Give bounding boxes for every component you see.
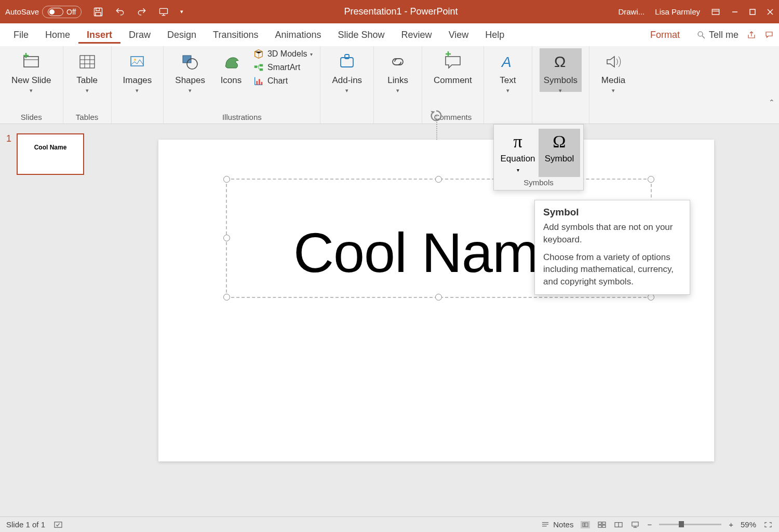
tooltip-title: Symbol <box>543 207 681 218</box>
ribbon: New Slide▾ Slides Table▾ Tables Images▾ … <box>0 46 779 124</box>
fit-to-window-icon[interactable] <box>763 521 773 528</box>
slideshow-icon[interactable] <box>158 7 169 17</box>
share-icon[interactable] <box>747 30 756 39</box>
redo-icon[interactable] <box>137 7 147 17</box>
tab-format[interactable]: Format <box>642 26 688 44</box>
svg-point-21 <box>134 59 136 61</box>
title-bar: AutoSave Off ▾ Presentation1 - PowerPoin… <box>0 0 779 23</box>
svg-rect-3 <box>160 8 168 13</box>
comments-icon[interactable] <box>764 30 774 39</box>
group-illustrations-label: Illustrations <box>222 113 262 122</box>
symbols-button[interactable]: Ω Symbols▾ <box>540 48 582 92</box>
svg-rect-31 <box>261 82 263 85</box>
svg-rect-43 <box>585 523 588 527</box>
workspace: 1 Cool Name Cool Name <box>0 124 779 516</box>
tab-draw[interactable]: Draw <box>120 26 159 44</box>
svg-rect-4 <box>712 9 719 15</box>
equation-button[interactable]: π Equation▾ <box>497 129 539 177</box>
sorter-view-icon[interactable] <box>597 521 607 528</box>
zoom-level[interactable]: 59% <box>741 520 756 529</box>
new-slide-icon <box>21 51 42 72</box>
links-button[interactable]: Links▾ <box>381 48 414 92</box>
addins-button[interactable]: Add-ins▾ <box>328 48 366 92</box>
spellcheck-icon[interactable] <box>53 521 63 528</box>
tab-help[interactable]: Help <box>477 26 513 44</box>
group-tables-label: Tables <box>76 113 98 122</box>
svg-text:Ω: Ω <box>554 53 566 70</box>
omega-icon: Ω <box>553 133 566 151</box>
account-name[interactable]: Lisa Parmley <box>655 7 700 16</box>
undo-icon[interactable] <box>115 7 125 17</box>
collapse-ribbon-icon[interactable]: ⌃ <box>769 98 775 106</box>
comment-icon <box>442 51 463 72</box>
svg-rect-15 <box>80 56 95 68</box>
tab-home[interactable]: Home <box>37 26 78 44</box>
table-button[interactable]: Table▾ <box>71 48 104 92</box>
svg-rect-45 <box>602 522 606 524</box>
svg-point-23 <box>187 59 197 69</box>
autosave-toggle[interactable]: Off <box>42 6 82 18</box>
text-button[interactable]: A Text▾ <box>491 48 525 92</box>
tab-review[interactable]: Review <box>393 26 440 44</box>
tab-animations[interactable]: Animations <box>266 26 329 44</box>
svg-rect-47 <box>602 525 606 527</box>
notes-icon <box>541 521 550 528</box>
save-icon[interactable] <box>93 7 103 17</box>
zoom-slider[interactable] <box>659 524 721 525</box>
3d-models-button[interactable]: 3D Models▾ <box>253 48 313 60</box>
tell-me-search[interactable]: Tell me <box>696 30 738 40</box>
contextual-tab-label: Drawi... <box>618 7 644 16</box>
thumb-number: 1 <box>6 133 11 175</box>
slide-canvas[interactable]: Cool Name <box>104 124 779 516</box>
resize-handle[interactable] <box>435 294 442 301</box>
search-icon <box>696 30 706 39</box>
chart-button[interactable]: Chart <box>253 75 313 87</box>
tab-file[interactable]: File <box>5 26 37 44</box>
slideshow-view-icon[interactable] <box>630 521 640 528</box>
reading-view-icon[interactable] <box>614 521 623 528</box>
slide[interactable]: Cool Name <box>158 140 714 461</box>
pi-icon: π <box>513 133 522 151</box>
images-button[interactable]: Images▾ <box>119 48 156 92</box>
svg-line-10 <box>702 36 705 38</box>
resize-handle[interactable] <box>223 176 230 183</box>
text-icon: A <box>498 51 518 72</box>
title-text[interactable]: Cool Name <box>293 220 569 285</box>
tab-insert[interactable]: Insert <box>78 26 120 44</box>
media-button[interactable]: Media▾ <box>597 48 630 92</box>
smartart-button[interactable]: SmartArt <box>253 62 313 73</box>
svg-rect-1 <box>96 8 100 10</box>
tab-transitions[interactable]: Transitions <box>205 26 266 44</box>
icons-button[interactable]: Icons <box>214 48 248 86</box>
svg-rect-2 <box>96 12 101 16</box>
new-slide-button[interactable]: New Slide▾ <box>7 48 56 92</box>
slide-thumbnail[interactable]: Cool Name <box>17 133 84 175</box>
tab-view[interactable]: View <box>440 26 477 44</box>
normal-view-icon[interactable] <box>581 521 590 528</box>
symbol-button[interactable]: Ω Symbol <box>539 129 580 177</box>
zoom-out-button[interactable]: − <box>647 520 652 529</box>
shapes-button[interactable]: Shapes▾ <box>171 48 209 92</box>
resize-handle[interactable] <box>435 176 442 183</box>
svg-rect-26 <box>260 69 263 71</box>
zoom-in-button[interactable]: + <box>729 520 733 529</box>
rotate-handle[interactable] <box>429 108 444 125</box>
status-bar: Slide 1 of 1 Notes − + 59% <box>0 516 779 532</box>
smartart-icon <box>253 62 264 73</box>
svg-rect-6 <box>750 9 755 15</box>
tab-slideshow[interactable]: Slide Show <box>330 26 393 44</box>
ribbon-display-icon[interactable] <box>710 7 721 17</box>
window-title: Presentation1 - PowerPoint <box>183 6 618 17</box>
notes-button[interactable]: Notes <box>541 520 573 529</box>
maximize-icon[interactable] <box>749 8 756 16</box>
resize-handle[interactable] <box>223 294 230 301</box>
resize-handle[interactable] <box>223 235 230 241</box>
resize-handle[interactable] <box>648 176 654 183</box>
minimize-icon[interactable] <box>731 8 738 16</box>
tab-design[interactable]: Design <box>159 26 205 44</box>
images-icon <box>127 51 147 72</box>
slide-counter[interactable]: Slide 1 of 1 <box>6 520 45 529</box>
comment-button[interactable]: Comment <box>429 48 476 86</box>
close-icon[interactable] <box>767 8 774 16</box>
svg-rect-29 <box>256 81 258 85</box>
